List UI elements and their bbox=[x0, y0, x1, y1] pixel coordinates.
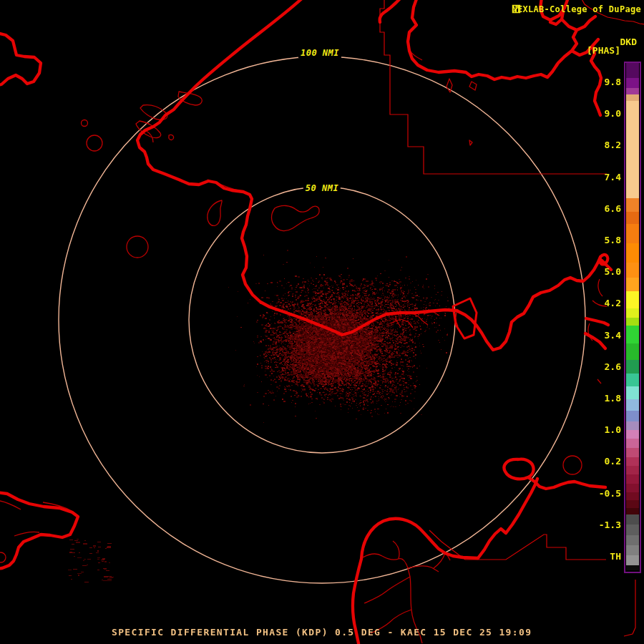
scale-tick-label: 0.2 bbox=[605, 456, 621, 467]
scale-tick-label: 4.2 bbox=[605, 298, 621, 309]
coastline-details-thin bbox=[0, 50, 607, 643]
brand-text: NEXLAB-College of DuPage bbox=[512, 4, 641, 14]
inner-ring-label: 50 NMI bbox=[303, 183, 341, 193]
scale-tick-label: 6.6 bbox=[605, 203, 621, 215]
scale-tick-label: TH bbox=[610, 551, 621, 562]
southwest-peninsula bbox=[0, 492, 78, 569]
product-caption: SPECIFIC DIFFERENTIAL PHASE (KDP) 0.5 DE… bbox=[112, 627, 532, 638]
scale-tick-label: -0.5 bbox=[599, 488, 621, 499]
scale-tick-label: 8.2 bbox=[605, 140, 621, 151]
southeast-lake-and-coast bbox=[504, 459, 605, 489]
scale-tick-label: 1.8 bbox=[605, 393, 621, 404]
cod-logo-icon bbox=[512, 4, 521, 14]
bay-loop bbox=[208, 200, 222, 225]
scale-tick-label: 5.8 bbox=[605, 235, 621, 246]
product-unit-label: [PHAS] bbox=[587, 45, 620, 56]
scale-tick-label: 1.0 bbox=[605, 424, 621, 436]
scale-tick-label: 7.4 bbox=[605, 172, 621, 183]
kite-island bbox=[453, 298, 477, 338]
brand: NEXLAB-College of DuPage bbox=[512, 4, 641, 14]
small-lake-circle bbox=[87, 135, 102, 151]
small-lake-circle bbox=[127, 236, 148, 258]
northeast-river-network bbox=[540, 0, 601, 115]
scale-tick-label: 2.6 bbox=[605, 361, 621, 373]
scale-tick-label: 9.0 bbox=[605, 108, 621, 119]
small-map-fragments bbox=[447, 79, 607, 384]
small-lake-circle bbox=[0, 552, 6, 562]
scale-tick-label: 5.0 bbox=[605, 266, 621, 278]
northwest-island bbox=[0, 33, 41, 85]
island-outlines bbox=[136, 92, 202, 140]
scale-tick-label: -1.3 bbox=[599, 519, 621, 531]
scale-tick-label: 3.4 bbox=[605, 330, 621, 341]
scale-tick-label: 9.8 bbox=[605, 77, 621, 88]
product-code-label: DKD bbox=[620, 36, 637, 47]
map-overlay-svg bbox=[0, 0, 644, 644]
south-lake-outline bbox=[353, 479, 537, 643]
outer-ring-label: 100 NMI bbox=[298, 48, 341, 58]
small-lake-circle bbox=[82, 120, 88, 127]
main-coastline bbox=[137, 0, 611, 350]
radar-display: 100 NMI 50 NMI NEXLAB-College of DuPage … bbox=[0, 0, 644, 644]
coastlines-thick bbox=[0, 0, 611, 643]
shoreline-double-lines bbox=[0, 50, 422, 536]
inland-lake-outline bbox=[272, 205, 320, 230]
small-lake-circle bbox=[563, 456, 582, 474]
colorbar-border bbox=[624, 62, 641, 573]
